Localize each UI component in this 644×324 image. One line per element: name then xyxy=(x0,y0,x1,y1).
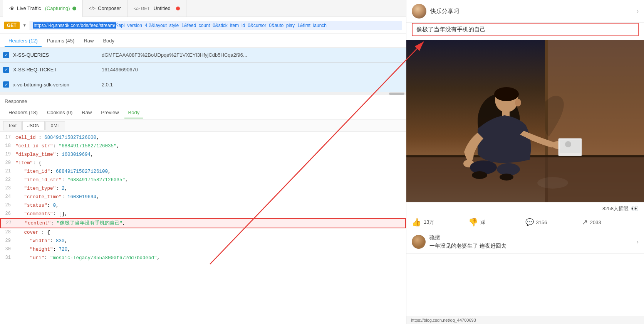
url-highlighted-part: https://i-lq.snssdk.com/bds/feed/stream/ xyxy=(33,22,116,29)
json-line-26: 26 "comments": [], xyxy=(0,210,406,218)
post-title-box: 像极了当年没有手机的自己 xyxy=(412,23,639,36)
json-line-23: 23 "item_type": 2, xyxy=(0,184,406,193)
chevron-right-icon[interactable]: › xyxy=(637,8,639,15)
header-row-1: X-SS-QUERIES dGMFEAAA08F3%2BoUDpqe%2F1VX… xyxy=(0,48,406,62)
live-traffic-tab[interactable]: 👁 Live Traffic (Capturing) xyxy=(3,0,83,17)
left-panel: 👁 Live Traffic (Capturing) </> Composer … xyxy=(0,0,406,324)
header-row-2: X-SS-REQ-TICKET 1614496690670 xyxy=(0,62,406,77)
resp-tab-headers[interactable]: Headers (18) xyxy=(5,107,42,118)
eye-icon: 👁 xyxy=(9,5,15,12)
format-xml[interactable]: XML xyxy=(45,121,65,130)
scrollbar-thumb[interactable] xyxy=(389,93,404,95)
second-post: 骚擅 一年没见的老婆生了 连夜赶回去 › xyxy=(406,230,644,254)
header-name-2: X-SS-REQ-TICKET xyxy=(13,67,98,73)
dislike-button[interactable]: 👎 踩 xyxy=(468,218,525,227)
header-row-3: x-vc-bdturing-sdk-version 2.0.1 xyxy=(0,77,406,92)
json-line-20: 20 "item": { xyxy=(0,159,406,167)
dislike-label: 踩 xyxy=(480,219,485,226)
like-button[interactable]: 👍 13万 xyxy=(412,218,468,227)
header-name-3: x-vc-bdturing-sdk-version xyxy=(13,82,98,88)
headers-table: X-SS-QUERIES dGMFEAAA08F3%2BoUDpqe%2F1VX… xyxy=(0,48,406,92)
svg-point-7 xyxy=(494,87,519,101)
svg-rect-3 xyxy=(406,156,644,202)
svg-point-8 xyxy=(515,99,521,106)
json-line-17: 17 cell_id : 688491715827126000, xyxy=(0,133,406,142)
json-line-25: 25 "status": 0, xyxy=(0,201,406,210)
untitled-tab[interactable]: </> GET Untitled xyxy=(127,0,186,17)
like-icon: 👍 xyxy=(412,218,421,227)
second-user-avatar xyxy=(412,235,426,249)
format-tabs: Text JSON XML xyxy=(0,120,406,132)
header-value-1: dGMFEAAA08F3%2BoUDpqe%2F1VXEYI3HfyjCdb5H… xyxy=(102,52,403,58)
url-input[interactable]: https://i-lq.snssdk.com/bds/feed/stream/… xyxy=(30,21,402,30)
resp-tab-raw[interactable]: Raw xyxy=(78,107,96,118)
header-value-2: 1614496690670 xyxy=(102,67,403,73)
method-dropdown-icon[interactable]: ▼ xyxy=(23,23,27,27)
svg-point-17 xyxy=(497,163,520,176)
json-line-29: 29 "width": 830, xyxy=(0,237,406,245)
live-traffic-label: Live Traffic xyxy=(17,5,41,11)
user-avatar xyxy=(412,4,426,19)
tab-headers[interactable]: Headers (12) xyxy=(5,35,42,47)
tab-params[interactable]: Params (45) xyxy=(43,35,79,47)
scroll-area xyxy=(0,92,406,95)
share-button[interactable]: ↗ 2033 xyxy=(582,218,639,226)
status-url: https://blog.csdn.net/qq_44700693 xyxy=(411,318,476,322)
json-line-22: 22 "item_id_str": "688491715827126035", xyxy=(0,176,406,184)
feed-post-header: 快乐分享叼 › xyxy=(406,0,644,23)
comment-count: 3156 xyxy=(536,219,547,225)
method-badge[interactable]: GET xyxy=(4,22,20,29)
json-line-21: 21 "item_id": 688491715827126100, xyxy=(0,167,406,176)
capturing-label: (Capturing) xyxy=(45,5,70,11)
header-checkbox-2[interactable] xyxy=(3,67,9,73)
header-checkbox-1[interactable] xyxy=(3,52,9,58)
comment-icon: 💬 xyxy=(525,218,534,226)
stats-row: 8258人插眼 👀 xyxy=(406,202,644,214)
tab-raw[interactable]: Raw xyxy=(80,35,97,47)
composer-icon: </> xyxy=(89,6,96,11)
comment-button[interactable]: 💬 3156 xyxy=(525,218,582,226)
header-name-1: X-SS-QUERIES xyxy=(13,52,98,58)
header-checkbox-3[interactable] xyxy=(3,81,9,88)
svg-point-15 xyxy=(565,141,571,147)
live-dot xyxy=(72,7,76,10)
request-tabs: Headers (12) Params (45) Raw Body xyxy=(0,34,406,48)
views-count: 8258人插眼 xyxy=(602,205,629,212)
json-line-19: 19 "display_time": 1603019694, xyxy=(0,150,406,159)
header-value-3: 2.0.1 xyxy=(102,82,403,88)
json-line-27: 27 "content": "像极了当年没有手机的自己", xyxy=(0,218,406,228)
resp-tab-cookies[interactable]: Cookies (0) xyxy=(43,107,76,118)
composer-tab[interactable]: </> Composer xyxy=(83,0,127,17)
json-line-31: 31 "uri": "mosaic-legacy/355a8000f672dd7… xyxy=(0,254,406,262)
json-line-30: 30 "height": 720, xyxy=(0,245,406,254)
format-json[interactable]: JSON xyxy=(22,121,45,130)
feed-username: 快乐分享叼 xyxy=(430,8,633,15)
resp-tab-preview[interactable]: Preview xyxy=(97,107,122,118)
response-label: Response xyxy=(0,95,406,106)
share-icon: ↗ xyxy=(582,218,588,226)
format-text[interactable]: Text xyxy=(3,121,22,130)
url-bar: GET ▼ https://i-lq.snssdk.com/bds/feed/s… xyxy=(0,17,406,34)
composer-label: Composer xyxy=(98,5,121,11)
tab-body[interactable]: Body xyxy=(99,35,118,47)
toolbar: 👁 Live Traffic (Capturing) </> Composer … xyxy=(0,0,406,17)
untitled-label: Untitled xyxy=(154,5,171,11)
action-row: 👍 13万 👎 踩 💬 3156 ↗ 2033 xyxy=(406,214,644,230)
second-post-chevron[interactable]: › xyxy=(637,238,639,245)
views-icon: 👀 xyxy=(631,205,639,212)
post-title: 像极了当年没有手机的自己 xyxy=(416,26,486,32)
dislike-icon: 👎 xyxy=(468,218,478,227)
post-image xyxy=(406,40,644,202)
svg-point-20 xyxy=(537,177,568,189)
like-count: 13万 xyxy=(424,219,434,226)
json-line-28: 28 cover : { xyxy=(0,228,406,237)
status-bar: https://blog.csdn.net/qq_44700693 xyxy=(406,316,644,324)
resp-tab-body[interactable]: Body xyxy=(124,107,144,118)
untitled-tab-icon: </> GET xyxy=(134,6,150,11)
json-viewer[interactable]: 17 cell_id : 688491715827126000, 18 "cel… xyxy=(0,132,406,324)
second-post-text: 一年没见的老婆生了 连夜赶回去 xyxy=(429,243,633,250)
url-params-part: ?api_version=4.2&layout_style=1&feed_cou… xyxy=(116,23,327,28)
json-line-18: 18 "cell_id_str": "688491715827126035", xyxy=(0,142,406,150)
red-dot xyxy=(176,7,180,10)
right-panel: 快乐分享叼 › 像极了当年没有手机的自己 xyxy=(406,0,644,324)
